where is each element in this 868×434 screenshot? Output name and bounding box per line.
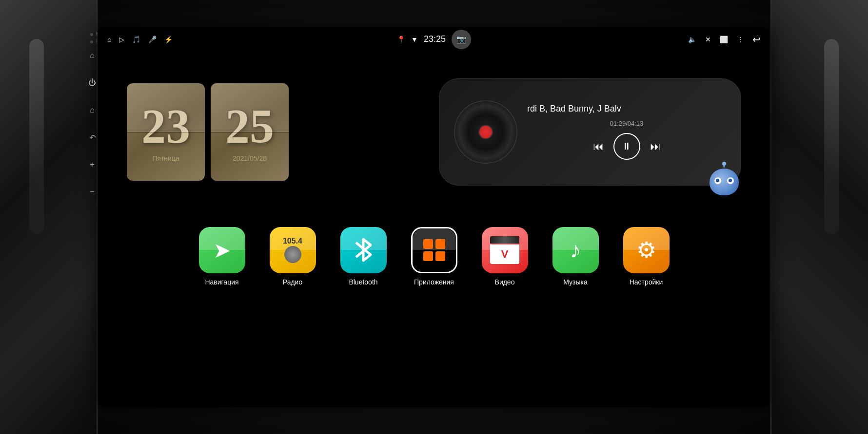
app-icon-bluetooth — [340, 227, 387, 273]
power-button[interactable]: ⏻ — [85, 76, 99, 90]
home2-button[interactable]: ⌂ — [85, 103, 99, 117]
usb-status-icon: ⚡ — [164, 36, 173, 43]
player-controls: ⏮ ⏸ ⏭ — [527, 133, 726, 160]
vinyl-center — [478, 125, 493, 139]
apps-dot-4 — [435, 251, 445, 261]
main-screen: ⌂ ▷ 🎵 🎤 ⚡ 📍 ▼ 23:25 📷 🔈 ✕ ⬜ ⋮ ↩ — [98, 27, 770, 407]
radio-dial — [284, 246, 301, 263]
app-label-bluetooth: Bluetooth — [349, 278, 377, 286]
close-status-icon[interactable]: ✕ — [705, 36, 711, 43]
music-note-icon: ♪ — [570, 237, 581, 263]
app-item-music[interactable]: ♪ Музыка — [552, 227, 599, 286]
home-status-icon[interactable]: ⌂ — [107, 36, 111, 43]
app-icon-apps — [411, 227, 457, 273]
clock-widget: 23 Пятница 25 2021/05/28 — [127, 83, 289, 181]
app-label-nav: Навигация — [205, 278, 238, 286]
settings-gear-icon: ⚙ — [636, 237, 656, 263]
rst-dot — [90, 40, 93, 43]
apps-grid — [423, 239, 445, 261]
clap-bot: V — [490, 245, 519, 264]
robot-head — [710, 169, 739, 195]
song-time: 01:29/04:13 — [527, 120, 726, 127]
app-icon-settings: ⚙ — [623, 227, 670, 273]
clock-date-label: 2021/05/28 — [233, 154, 267, 162]
radio-content: 105.4 — [270, 227, 316, 273]
song-title: rdi B, Bad Bunny, J Balv — [527, 104, 726, 114]
next-button[interactable]: ⏭ — [650, 140, 661, 153]
side-buttons: ⌂ ⏻ ⌂ ↶ + − — [85, 49, 99, 199]
apps-dot-3 — [423, 251, 433, 261]
apps-dot-2 — [435, 239, 445, 249]
app-label-music: Музыка — [563, 278, 588, 286]
app-label-video: Видео — [495, 278, 515, 286]
app-label-settings: Настройки — [630, 278, 663, 286]
clock-day-label: Пятница — [152, 154, 179, 162]
mic-dot — [90, 33, 93, 36]
right-panel — [770, 0, 868, 434]
mic-status-icon: 🎤 — [148, 36, 157, 43]
app-label-radio: Радио — [283, 278, 302, 286]
robot-right-eye — [727, 177, 734, 184]
video-v-letter: V — [501, 248, 509, 261]
pause-icon: ⏸ — [622, 141, 631, 152]
app-item-bluetooth[interactable]: Bluetooth — [340, 227, 387, 286]
pause-button[interactable]: ⏸ — [613, 133, 640, 160]
left-panel — [0, 0, 98, 434]
radio-freq: 105.4 — [283, 237, 302, 245]
app-item-nav[interactable]: ➤ Навигация — [199, 227, 245, 286]
robot-left-eye — [714, 177, 721, 184]
app-item-radio[interactable]: 105.4 Радио — [270, 227, 316, 286]
status-bar: ⌂ ▷ 🎵 🎤 ⚡ 📍 ▼ 23:25 📷 🔈 ✕ ⬜ ⋮ ↩ — [98, 27, 770, 52]
car-body: MIC RST ⌂ ⏻ ⌂ ↶ + − ⌂ ▷ 🎵 🎤 ⚡ 📍 ▼ — [0, 0, 868, 434]
robot-assistant[interactable] — [707, 164, 741, 198]
app-icon-radio: 105.4 — [270, 227, 316, 273]
clock-hour-card: 23 Пятница — [127, 83, 205, 181]
app-item-settings[interactable]: ⚙ Настройки — [623, 227, 670, 286]
clock-minute-card: 25 2021/05/28 — [211, 83, 289, 181]
vol-down-button[interactable]: − — [85, 185, 99, 199]
prev-button[interactable]: ⏮ — [593, 140, 604, 153]
status-time: 23:25 — [424, 34, 446, 44]
vol-up-button[interactable]: + — [85, 158, 99, 171]
location-icon: 📍 — [397, 36, 405, 43]
status-center: 📍 ▼ 23:25 📷 — [397, 30, 471, 49]
back-button[interactable]: ↶ — [85, 131, 99, 144]
camera-button[interactable]: 📷 — [452, 30, 471, 49]
clap-top — [490, 236, 519, 244]
app-icon-music: ♪ — [552, 227, 599, 273]
vinyl-record — [454, 100, 517, 164]
app-icon-nav: ➤ — [199, 227, 245, 273]
app-grid: ➤ Навигация 105.4 Радио — [98, 212, 770, 301]
volume-icon[interactable]: 🔈 — [688, 36, 696, 43]
player-info: rdi B, Bad Bunny, J Balv 01:29/04:13 ⏮ ⏸… — [527, 104, 726, 160]
clock-minute: 25 — [225, 102, 274, 151]
robot-antenna — [723, 162, 725, 168]
clock-hour: 23 — [141, 102, 190, 151]
music-status-icon: 🎵 — [132, 36, 140, 43]
video-clapperboard: V — [490, 236, 519, 264]
top-section: 23 Пятница 25 2021/05/28 rdi B, Bad Bunn… — [98, 52, 770, 208]
more-icon[interactable]: ⋮ — [737, 36, 744, 43]
play-status-icon: ▷ — [119, 36, 124, 43]
app-item-video[interactable]: V Видео — [482, 227, 528, 286]
app-icon-video: V — [482, 227, 528, 273]
app-item-apps[interactable]: Приложения — [411, 227, 457, 286]
main-content: 23 Пятница 25 2021/05/28 rdi B, Bad Bunn… — [98, 52, 770, 407]
wifi-icon: ▼ — [411, 36, 418, 43]
robot-left-pupil — [716, 179, 719, 182]
camera-icon: 📷 — [456, 35, 466, 44]
status-right: 🔈 ✕ ⬜ ⋮ ↩ — [688, 34, 761, 45]
app-label-apps: Приложения — [414, 278, 454, 286]
music-player: rdi B, Bad Bunny, J Balv 01:29/04:13 ⏮ ⏸… — [439, 78, 741, 186]
back-status-icon[interactable]: ↩ — [752, 34, 761, 45]
home-button[interactable]: ⌂ — [85, 49, 99, 62]
nav-arrow-icon: ➤ — [213, 238, 231, 263]
robot-right-pupil — [729, 179, 732, 182]
windows-icon[interactable]: ⬜ — [720, 36, 728, 43]
apps-dot-1 — [423, 239, 433, 249]
bluetooth-symbol — [351, 235, 375, 264]
